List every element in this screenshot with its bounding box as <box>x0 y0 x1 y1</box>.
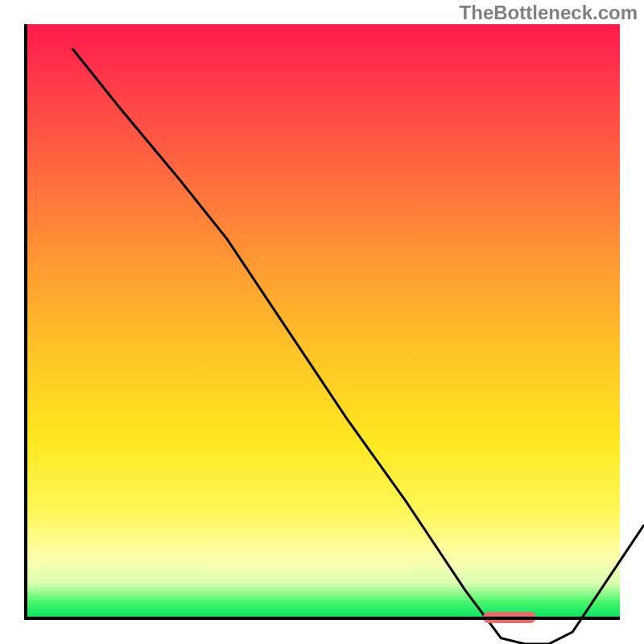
y-axis <box>24 24 27 620</box>
x-axis <box>24 617 620 620</box>
chart-canvas: TheBottleneck.com <box>0 0 644 644</box>
bottleneck-curve <box>48 48 644 644</box>
watermark-text: TheBottleneck.com <box>460 2 638 24</box>
plot-area <box>24 24 620 620</box>
